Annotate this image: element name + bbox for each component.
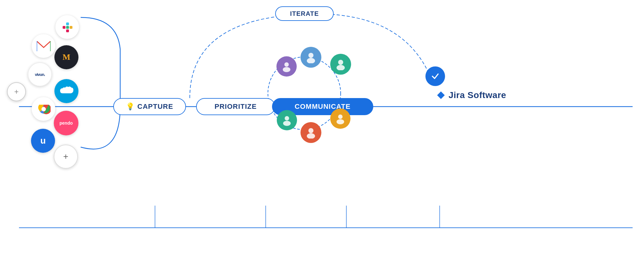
svg-point-29: [337, 119, 344, 124]
gmail-icon[interactable]: [32, 34, 55, 58]
svg-rect-10: [70, 26, 72, 29]
u-app-icon[interactable]: u: [31, 129, 55, 153]
avatar-4: [277, 110, 297, 130]
svg-rect-9: [66, 26, 69, 29]
prioritize-label: PRIORITIZE: [214, 102, 257, 111]
svg-point-28: [338, 115, 343, 119]
pendo-icon[interactable]: pendo: [54, 111, 78, 135]
main-canvas: M vivun. pendo u + + 💡: [0, 0, 644, 279]
svg-point-21: [283, 67, 290, 72]
svg-point-17: [41, 107, 46, 111]
capture-label: CAPTURE: [137, 102, 173, 111]
vivun-icon[interactable]: vivun.: [28, 62, 52, 86]
avatar-6: [330, 108, 350, 129]
jira-text: Jira Software: [449, 90, 506, 100]
slack-icon[interactable]: [55, 15, 79, 39]
add-integration-icon[interactable]: +: [7, 82, 26, 101]
diagram-svg: [0, 0, 644, 279]
capture-icon: 💡: [126, 102, 135, 111]
svg-point-24: [285, 116, 289, 121]
svg-point-22: [338, 60, 343, 65]
monday-icon[interactable]: M: [54, 45, 78, 69]
svg-marker-30: [437, 91, 445, 99]
iterate-stage[interactable]: ITERATE: [275, 6, 334, 21]
svg-point-19: [307, 58, 315, 63]
jira-badge[interactable]: [425, 66, 445, 86]
svg-rect-8: [66, 22, 69, 25]
avatar-1: [300, 47, 321, 68]
svg-point-25: [283, 121, 291, 126]
capture-stage[interactable]: 💡 CAPTURE: [113, 98, 186, 115]
svg-rect-7: [63, 26, 65, 29]
jira-software-label: Jira Software: [437, 90, 506, 100]
avatar-3: [330, 54, 351, 75]
svg-point-20: [284, 62, 289, 67]
chrome-icon[interactable]: [32, 97, 55, 121]
svg-rect-11: [66, 29, 69, 32]
svg-point-26: [308, 128, 313, 133]
iterate-label: ITERATE: [290, 10, 319, 17]
avatar-2: [276, 56, 297, 77]
jira-diamond-icon: [437, 91, 445, 100]
svg-point-18: [308, 53, 313, 58]
svg-point-23: [337, 65, 345, 70]
avatar-5: [300, 122, 321, 143]
svg-point-27: [307, 133, 315, 139]
add-more-icon[interactable]: +: [54, 145, 78, 169]
prioritize-stage[interactable]: PRIORITIZE: [196, 98, 275, 115]
salesforce-icon[interactable]: [54, 79, 78, 103]
